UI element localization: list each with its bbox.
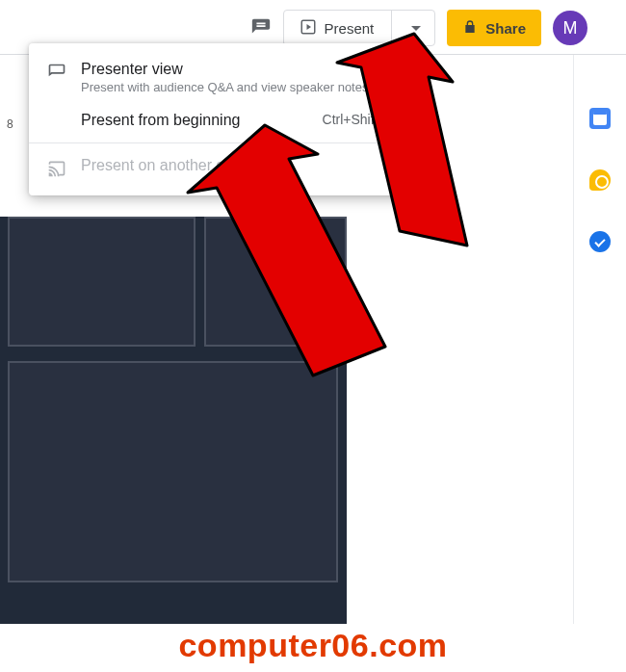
present-divider (391, 11, 392, 45)
menu-item-presenter-view[interactable]: Presenter view Present with audience Q&A… (29, 53, 419, 104)
slide-placeholder[interactable] (8, 361, 338, 582)
menu-item-title: Presenter view (81, 61, 402, 78)
calendar-icon[interactable] (589, 108, 611, 129)
slide-placeholder[interactable] (204, 217, 347, 347)
cast-icon (46, 159, 67, 178)
present-button[interactable]: Present (283, 10, 436, 46)
presenter-view-icon (46, 63, 67, 82)
menu-item-shortcut: Ctrl+Shift+F5 (313, 112, 402, 127)
avatar-initial: M (563, 18, 578, 39)
tasks-icon[interactable] (589, 231, 611, 252)
share-button[interactable]: Share (447, 10, 541, 46)
keep-icon[interactable] (589, 169, 611, 191)
present-button-label: Present (325, 20, 375, 37)
slide-canvas (0, 217, 347, 624)
lock-icon (462, 19, 478, 38)
present-dropdown-caret-icon[interactable] (404, 20, 429, 37)
menu-item-present-from-beginning[interactable]: Present from beginning Ctrl+Shift+F5 (29, 104, 419, 137)
menu-item-body: Present from beginning (81, 112, 300, 129)
slide-number: 8 (7, 117, 13, 131)
side-panel (573, 55, 626, 624)
comment-history-icon[interactable] (250, 17, 272, 39)
menu-item-title: Present from beginning (81, 112, 300, 129)
menu-item-subtitle: Present with audience Q&A and view speak… (81, 80, 402, 96)
menu-item-present-another-screen: Present on another screen... (29, 149, 419, 186)
menu-separator (29, 142, 419, 143)
menu-item-title: Present on another screen... (81, 157, 402, 174)
share-button-label: Share (485, 20, 526, 37)
watermark-text: computer06.com (0, 627, 626, 664)
present-dropdown-menu: Presenter view Present with audience Q&A… (29, 43, 419, 195)
menu-item-body: Present on another screen... (81, 157, 402, 174)
slide-placeholder[interactable] (8, 217, 196, 347)
menu-item-body: Presenter view Present with audience Q&A… (81, 61, 402, 96)
account-avatar[interactable]: M (553, 11, 587, 45)
toolbar-inner: Present Share M (250, 10, 587, 46)
present-play-icon (300, 18, 317, 39)
